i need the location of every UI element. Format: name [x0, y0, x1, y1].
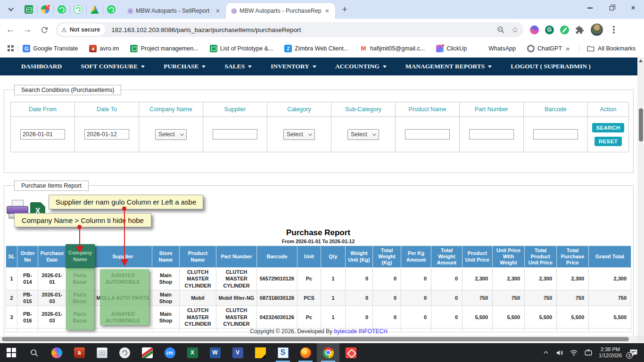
- horizontal-scrollbar-thumb[interactable]: [2, 337, 629, 341]
- sub-category-select[interactable]: Select: [347, 129, 379, 140]
- search-button[interactable]: SEARCH: [592, 123, 625, 132]
- category-select[interactable]: Select: [283, 129, 315, 140]
- all-bookmarks-button[interactable]: All Bookmarks: [587, 45, 636, 52]
- developer-link[interactable]: bytecode INFOTECH: [334, 328, 387, 335]
- part-number-input[interactable]: [469, 129, 514, 140]
- bookmark-project-managemen[interactable]: Project managemen...: [130, 45, 198, 52]
- grammarly-icon[interactable]: G: [545, 25, 554, 34]
- refresh-button[interactable]: [38, 23, 51, 36]
- tab-close-icon[interactable]: ×: [323, 7, 331, 15]
- notification-center-button[interactable]: 1: [628, 347, 639, 358]
- adblock-leaf-icon[interactable]: [560, 25, 569, 34]
- nav-management-reports[interactable]: MANAGEMENT REPORTS: [405, 63, 492, 70]
- browser-tab-0[interactable]: MBW Autoparts - SellReport Se×: [122, 3, 226, 19]
- back-button[interactable]: ←: [4, 23, 17, 36]
- forward-icon: →: [23, 25, 32, 35]
- pinned-tab[interactable]: [21, 1, 37, 17]
- restore-button[interactable]: [601, 0, 622, 16]
- bookmark-zimbra-web-client[interactable]: ZZimbra Web Client...: [284, 45, 348, 52]
- annotation-arrowhead: [121, 259, 128, 266]
- taskbar-zoom[interactable]: zm: [158, 343, 181, 362]
- bookmark-chatgpt[interactable]: ChatGPT: [527, 45, 562, 52]
- taskbar-anydesk[interactable]: [339, 343, 362, 362]
- pinned-tab[interactable]: [54, 1, 70, 17]
- nav-inventory[interactable]: INVENTORY: [271, 63, 316, 70]
- taskbar-excel[interactable]: X: [181, 343, 204, 362]
- security-chip[interactable]: ⚠ Not secure: [58, 24, 106, 36]
- extensions-puzzle-icon[interactable]: [575, 25, 584, 34]
- nav-sales[interactable]: SALES: [224, 63, 252, 70]
- search-icon: [29, 347, 40, 358]
- annotation-company-note: Company Name > Column ti hide hobe: [14, 213, 151, 227]
- tray-chevron-up-icon[interactable]: [543, 349, 549, 356]
- annotation-arrow-line: [79, 227, 80, 247]
- scroll-up-arrow[interactable]: [639, 59, 643, 62]
- report-col-product-name: Product Name: [180, 246, 216, 268]
- url-text[interactable]: 182.163.102.203:8086/parts_bazar/purchas…: [111, 26, 301, 33]
- nav-logout-superadmin[interactable]: LOGOUT ( SUPERADMIN ): [511, 63, 591, 70]
- taskbar-notepad[interactable]: [91, 343, 113, 362]
- taskbar-whatsapp[interactable]: [113, 343, 136, 362]
- display-icon[interactable]: [584, 349, 593, 356]
- browser-menu-button[interactable]: [608, 24, 620, 36]
- cell: 0: [373, 268, 401, 290]
- bookmark-list-of-prototype[interactable]: List of Prototype &...: [210, 45, 273, 52]
- profile-avatar[interactable]: [591, 24, 603, 36]
- taskbar-sticky-notes[interactable]: [249, 343, 272, 362]
- taskbar-start[interactable]: [0, 343, 23, 362]
- cell: 3: [6, 306, 17, 329]
- scrollbar-corner: [637, 336, 644, 342]
- vertical-scrollbar-thumb[interactable]: [639, 108, 643, 141]
- bookmark-clickup[interactable]: ClickUp: [436, 45, 467, 52]
- bookmark-avro-im[interactable]: aavro.im: [89, 45, 119, 52]
- tab-search-button[interactable]: [5, 3, 17, 16]
- supplier-input[interactable]: [213, 129, 257, 140]
- zoom-icon[interactable]: [496, 25, 505, 34]
- taskbar-bijoy[interactable]: [136, 343, 158, 362]
- pinned-tab[interactable]: [37, 1, 53, 17]
- taskbar-word[interactable]: W: [204, 343, 226, 362]
- forward-button[interactable]: →: [21, 23, 34, 36]
- taskbar-clock[interactable]: 2:38 PM 1/12/2026: [599, 346, 622, 359]
- vertical-scrollbar[interactable]: [637, 58, 644, 342]
- product-name-input[interactable]: [405, 129, 450, 140]
- address-bar[interactable]: ⚠ Not secure 182.163.102.203:8086/parts_…: [56, 22, 523, 37]
- taskbar-firefox[interactable]: [294, 343, 317, 362]
- bookmark-star-icon[interactable]: ☆: [512, 25, 519, 35]
- date-to-input[interactable]: [84, 129, 129, 140]
- wifi-icon[interactable]: [570, 348, 578, 357]
- nav-accounting[interactable]: ACCOUNTING: [335, 63, 387, 70]
- pinned-tab[interactable]: [87, 1, 103, 17]
- company-name-select[interactable]: Select: [155, 129, 187, 140]
- browser-tab-1[interactable]: MBW Autoparts - PurchaseRepo×: [226, 3, 335, 19]
- report-col-barcode: Barcode: [257, 246, 297, 268]
- taskbar-avro[interactable]: a: [68, 343, 91, 362]
- bookmarks-overflow-chevron[interactable]: »: [562, 44, 573, 52]
- bookmark-hafijmit05-gmail-c[interactable]: Mhafijmit05@gmail.c...: [360, 45, 425, 52]
- taskbar-chrome[interactable]: [317, 343, 339, 362]
- extension-circle-icon[interactable]: [530, 25, 539, 34]
- nav-soft-configure[interactable]: SOFT CONFIGURE: [81, 63, 145, 70]
- date-from-input[interactable]: [20, 129, 65, 140]
- tab-close-icon[interactable]: ×: [214, 7, 222, 15]
- taskbar-copilot[interactable]: [45, 343, 68, 362]
- bookmark-whatsapp[interactable]: WhatsApp: [478, 45, 516, 52]
- taskbar-search[interactable]: [23, 343, 45, 362]
- chevron-down-icon: [180, 132, 184, 135]
- minimize-button[interactable]: [579, 0, 601, 16]
- bookmark-google-translate[interactable]: GGoogle Translate: [23, 45, 78, 52]
- taskbar-visio[interactable]: V: [226, 343, 249, 362]
- taskbar-s-app[interactable]: S: [272, 343, 294, 362]
- nav-purchase[interactable]: PURCHASE: [164, 63, 206, 70]
- speaker-icon[interactable]: [555, 349, 563, 357]
- close-button[interactable]: ×: [622, 0, 644, 16]
- flower-favicon: [231, 8, 238, 15]
- horizontal-scrollbar[interactable]: [0, 336, 637, 342]
- reset-button[interactable]: RESET: [594, 137, 622, 146]
- pinned-tab[interactable]: [70, 1, 86, 17]
- pinned-tab[interactable]: [103, 1, 119, 17]
- nav-dashboard[interactable]: DASHBOARD: [21, 63, 62, 70]
- apps-grid-icon[interactable]: [8, 45, 12, 52]
- new-tab-button[interactable]: +: [338, 3, 351, 16]
- barcode-input[interactable]: [533, 129, 578, 140]
